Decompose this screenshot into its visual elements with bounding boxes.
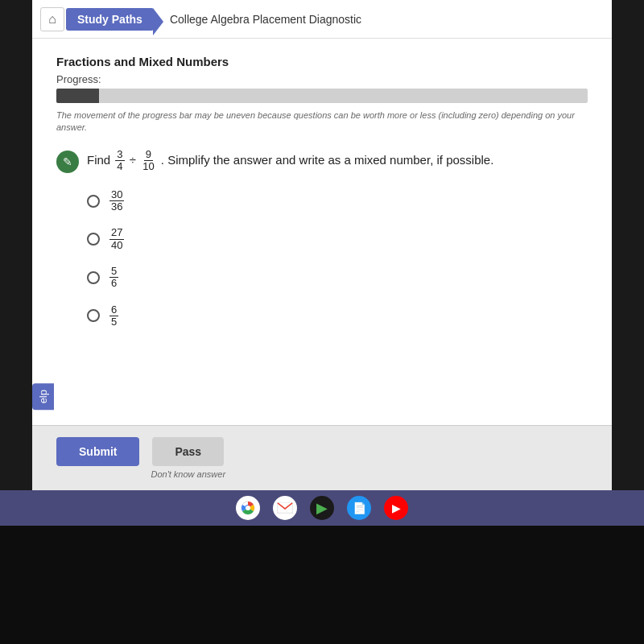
submit-button[interactable]: Submit [56, 437, 139, 466]
answer-option-1[interactable]: 30 36 [87, 189, 588, 213]
gmail-icon[interactable] [273, 496, 297, 520]
pencil-icon: ✎ [63, 155, 72, 168]
progress-bar-fill [56, 89, 99, 103]
youtube-icon[interactable]: ▶ [384, 496, 408, 520]
answer-fraction-1: 30 36 [108, 189, 126, 213]
help-tab[interactable]: elp [32, 383, 54, 410]
question-fraction1: 3 4 [114, 153, 129, 167]
answer-fraction-3: 5 6 [108, 266, 120, 290]
q-frac1-num: 3 [115, 149, 124, 161]
question-row: ✎ Find 3 4 ÷ 9 10 . Simplify t [56, 149, 588, 173]
progress-bar-container [56, 89, 588, 103]
pass-btn-wrapper: Pass Don't know answer [151, 437, 225, 479]
ans2-den: 40 [109, 240, 124, 251]
pass-button[interactable]: Pass [152, 437, 224, 466]
progress-label: Progress: [56, 73, 588, 85]
section-title: Fractions and Mixed Numbers [56, 55, 588, 68]
svg-point-2 [246, 506, 250, 510]
question-text-suffix: . Simplify the answer and write as a mix… [161, 153, 494, 167]
play-store-icon[interactable]: ▶ [310, 496, 334, 520]
question-divider: ÷ [130, 153, 136, 167]
youtube-symbol: ▶ [392, 502, 401, 514]
radio-4[interactable] [87, 309, 100, 322]
answer-option-2[interactable]: 27 40 [87, 227, 588, 251]
breadcrumb: College Algebra Placement Diagnostic [170, 13, 361, 26]
radio-1[interactable] [87, 195, 100, 208]
ans4-den: 5 [109, 316, 118, 328]
bezel-bottom [0, 526, 644, 644]
chrome-icon[interactable] [236, 496, 260, 520]
q-frac1-den: 4 [115, 161, 124, 172]
study-paths-nav[interactable]: Study Paths [66, 8, 154, 31]
ans1-num: 30 [109, 189, 124, 201]
home-icon[interactable]: ⌂ [40, 7, 64, 31]
button-area: Submit Pass Don't know answer [32, 425, 612, 490]
ans3-den: 6 [109, 278, 118, 289]
q-frac2-num: 9 [144, 149, 153, 161]
q-frac2-den: 10 [141, 161, 155, 172]
content-area: Fractions and Mixed Numbers Progress: Th… [32, 39, 612, 425]
ans3-num: 5 [109, 266, 118, 278]
radio-2[interactable] [87, 233, 100, 246]
ans2-num: 27 [109, 227, 124, 239]
taskbar: ▶ 📄 ▶ [0, 490, 644, 526]
radio-3[interactable] [87, 271, 100, 284]
files-symbol: 📄 [353, 502, 366, 514]
progress-note: The movement of the progress bar may be … [56, 109, 588, 134]
nav-bar: ⌂ Study Paths College Algebra Placement … [32, 0, 612, 39]
ans1-den: 36 [109, 201, 124, 213]
answer-options: 30 36 27 40 [87, 189, 588, 328]
question-text: Find 3 4 ÷ 9 10 . Simplify the answer an… [87, 149, 493, 173]
files-icon[interactable]: 📄 [347, 496, 371, 520]
study-paths-label: Study Paths [77, 13, 142, 26]
question-text-prefix: Find [87, 153, 110, 167]
dont-know-label: Don't know answer [151, 469, 225, 479]
answer-option-4[interactable]: 6 5 [87, 304, 588, 328]
answer-fraction-2: 27 40 [108, 227, 126, 251]
play-icon: ▶ [316, 499, 328, 517]
answer-option-3[interactable]: 5 6 [87, 266, 588, 290]
ans4-num: 6 [109, 304, 118, 316]
answer-fraction-4: 6 5 [108, 304, 120, 328]
question-icon: ✎ [56, 151, 79, 173]
question-fraction2: 9 10 [141, 149, 155, 173]
